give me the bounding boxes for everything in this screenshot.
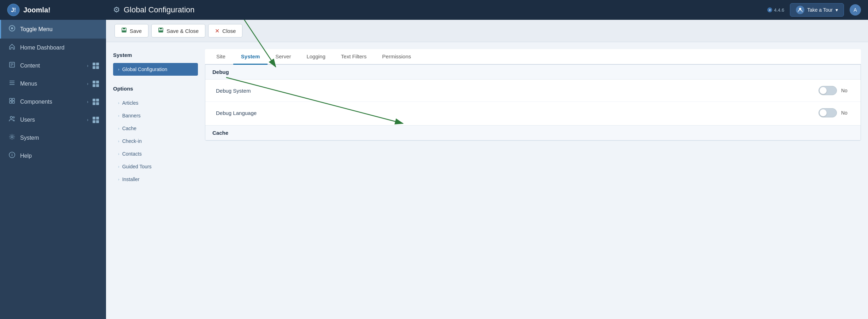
tab-permissions[interactable]: Permissions bbox=[374, 49, 419, 65]
tab-text-filters-label: Text Filters bbox=[341, 53, 367, 59]
avatar[interactable]: A bbox=[850, 4, 861, 16]
save-close-button[interactable]: Save & Close bbox=[151, 24, 205, 37]
gear-icon: ⚙ bbox=[113, 5, 120, 14]
tab-site-label: Site bbox=[216, 53, 225, 59]
chevron-right-icon: › bbox=[118, 152, 119, 156]
system-icon bbox=[8, 134, 16, 142]
sidebar-item-content[interactable]: Content › bbox=[0, 57, 106, 75]
left-panel-item-check-in[interactable]: › Check-in bbox=[113, 135, 198, 147]
left-panel-item-articles[interactable]: › Articles bbox=[113, 97, 198, 109]
tab-system[interactable]: System bbox=[233, 49, 268, 65]
svg-rect-15 bbox=[12, 98, 14, 100]
cache-label: Cache bbox=[122, 126, 136, 131]
config-content: System › Global Configuration Options › … bbox=[106, 42, 868, 319]
tab-text-filters[interactable]: Text Filters bbox=[333, 49, 375, 65]
content-chevron-icon: › bbox=[87, 63, 88, 68]
left-panel-item-contacts[interactable]: › Contacts bbox=[113, 147, 198, 160]
debug-language-label: Debug Language bbox=[216, 110, 819, 116]
chevron-right-icon: › bbox=[118, 177, 119, 181]
tab-server-label: Server bbox=[275, 53, 291, 59]
debug-language-row: Debug Language No bbox=[205, 102, 861, 124]
svg-point-19 bbox=[13, 117, 14, 118]
sidebar-item-menus[interactable]: Menus › bbox=[0, 75, 106, 93]
global-config-label: Global Configuration bbox=[122, 66, 168, 72]
chevron-right-icon: › bbox=[118, 164, 119, 169]
chevron-down-icon: ▾ bbox=[835, 7, 838, 13]
circle-icon bbox=[8, 25, 16, 32]
svg-rect-24 bbox=[123, 28, 125, 29]
svg-rect-14 bbox=[10, 98, 12, 100]
check-in-label: Check-in bbox=[122, 138, 142, 144]
contacts-label: Contacts bbox=[122, 151, 142, 157]
guided-tours-label: Guided Tours bbox=[122, 164, 152, 169]
logo-area: J! Joomla! bbox=[7, 4, 113, 16]
sidebar-item-users[interactable]: Users › bbox=[0, 111, 106, 129]
header-right: J! 4.4.6 Take a Tour ▾ A bbox=[767, 3, 861, 17]
save-icon bbox=[121, 27, 127, 34]
left-panel: System › Global Configuration Options › … bbox=[113, 49, 198, 312]
debug-language-toggle[interactable] bbox=[819, 108, 837, 117]
tab-site[interactable]: Site bbox=[209, 49, 233, 65]
tab-logging[interactable]: Logging bbox=[299, 49, 333, 65]
tab-logging-label: Logging bbox=[306, 53, 325, 59]
users-label: Users bbox=[20, 117, 83, 123]
debug-system-value: No bbox=[841, 88, 850, 93]
sidebar-item-toggle-menu[interactable]: Toggle Menu bbox=[0, 20, 106, 39]
svg-point-20 bbox=[11, 136, 13, 138]
sidebar: Toggle Menu Home Dashboard Content › Men… bbox=[0, 20, 106, 319]
left-panel-item-cache[interactable]: › Cache bbox=[113, 122, 198, 135]
save-label: Save bbox=[130, 28, 142, 34]
left-panel-item-installer[interactable]: › Installer bbox=[113, 173, 198, 186]
svg-point-6 bbox=[11, 27, 13, 29]
close-label: Close bbox=[222, 28, 236, 34]
joomla-logo: J! Joomla! bbox=[7, 4, 51, 16]
sidebar-item-system[interactable]: System bbox=[0, 129, 106, 147]
debug-section: Debug Debug System No Debug Language bbox=[205, 65, 861, 124]
components-grid-icon bbox=[93, 99, 99, 105]
svg-rect-16 bbox=[10, 101, 12, 103]
toolbar: Save Save & Close ✕ Close bbox=[106, 20, 868, 42]
chevron-right-icon: › bbox=[118, 67, 119, 71]
svg-text:i: i bbox=[11, 153, 12, 157]
options-section-title: Options bbox=[113, 83, 198, 94]
save-close-label: Save & Close bbox=[166, 28, 199, 34]
svg-text:J!: J! bbox=[769, 9, 771, 11]
chevron-right-icon: › bbox=[118, 139, 119, 143]
users-icon bbox=[8, 116, 16, 124]
toggle-menu-label: Toggle Menu bbox=[20, 26, 99, 33]
sidebar-item-help[interactable]: i Help bbox=[0, 147, 106, 165]
tab-system-label: System bbox=[241, 53, 260, 59]
tab-server[interactable]: Server bbox=[268, 49, 299, 65]
take-tour-button[interactable]: Take a Tour ▾ bbox=[790, 3, 844, 17]
debug-system-toggle[interactable] bbox=[819, 86, 837, 95]
users-grid-icon bbox=[93, 117, 99, 123]
logo-text: Joomla! bbox=[23, 6, 51, 14]
tour-icon bbox=[796, 6, 804, 14]
main-layout: Toggle Menu Home Dashboard Content › Men… bbox=[0, 20, 868, 319]
components-label: Components bbox=[20, 99, 83, 105]
save-button[interactable]: Save bbox=[115, 24, 148, 37]
svg-point-18 bbox=[10, 116, 12, 118]
left-panel-item-guided-tours[interactable]: › Guided Tours bbox=[113, 160, 198, 173]
content-grid-icon bbox=[93, 63, 99, 69]
help-label: Help bbox=[20, 153, 99, 159]
home-icon bbox=[8, 44, 16, 52]
sidebar-item-home-dashboard[interactable]: Home Dashboard bbox=[0, 39, 106, 57]
chevron-right-icon: › bbox=[118, 101, 119, 105]
debug-language-value: No bbox=[841, 110, 850, 116]
sidebar-item-components[interactable]: Components › bbox=[0, 93, 106, 111]
close-button[interactable]: ✕ Close bbox=[208, 24, 242, 37]
left-panel-item-global-configuration[interactable]: › Global Configuration bbox=[113, 63, 198, 76]
content-icon bbox=[8, 62, 16, 70]
debug-language-control: No bbox=[819, 108, 850, 117]
system-section-title: System bbox=[113, 49, 198, 61]
svg-rect-28 bbox=[159, 30, 163, 32]
left-panel-item-banners[interactable]: › Banners bbox=[113, 109, 198, 122]
help-icon: i bbox=[8, 152, 16, 160]
users-chevron-icon: › bbox=[87, 117, 88, 122]
content-area: Save Save & Close ✕ Close System › bbox=[106, 20, 868, 319]
menus-chevron-icon: › bbox=[87, 81, 88, 86]
system-section: System › Global Configuration bbox=[113, 49, 198, 76]
debug-section-header: Debug bbox=[205, 65, 861, 80]
take-tour-label: Take a Tour bbox=[807, 7, 833, 13]
